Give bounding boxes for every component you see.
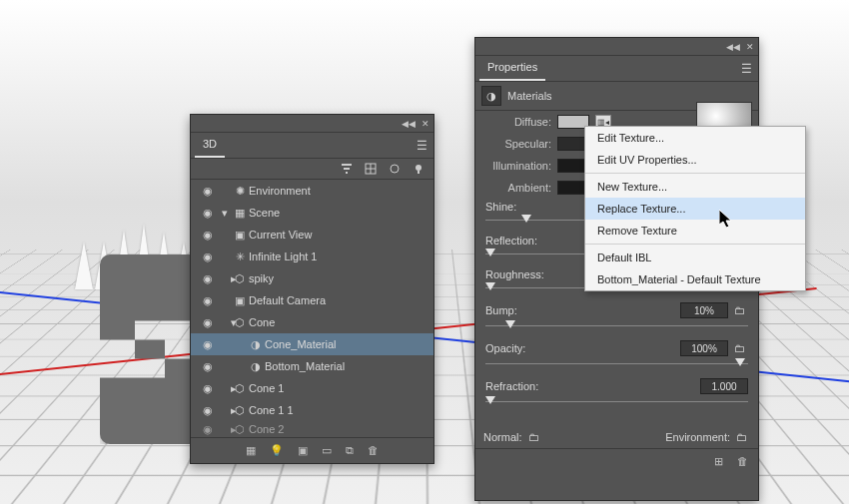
tree-item-infinite-light[interactable]: ◉ ✳ Infinite Light 1: [191, 246, 433, 267]
svg-rect-6: [418, 171, 420, 174]
visibility-icon[interactable]: ◉: [197, 185, 219, 198]
new-camera-icon[interactable]: ▣: [298, 444, 308, 457]
tree-item-environment[interactable]: ◉ ✺ Environment: [191, 180, 433, 202]
section-label: Materials: [507, 90, 552, 102]
refraction-slider[interactable]: [485, 396, 748, 408]
folder-icon[interactable]: 🗀: [734, 304, 748, 316]
panel-3d-toolbar: [191, 159, 433, 180]
svg-point-5: [416, 165, 422, 171]
prop-label: Environment:: [665, 431, 730, 443]
prop-label: Specular:: [483, 138, 551, 150]
trash-icon[interactable]: 🗑: [737, 455, 748, 468]
tree-item-cone-material[interactable]: ◉ ◑ Cone_Material: [191, 333, 433, 355]
mesh-icon: ⬡: [231, 423, 249, 436]
material-icon[interactable]: [388, 162, 402, 176]
visibility-icon[interactable]: ◉: [197, 207, 219, 220]
trash-icon[interactable]: 🗑: [368, 444, 379, 457]
prop-refraction: Refraction: 1.000: [475, 376, 758, 414]
opacity-slider[interactable]: [485, 358, 748, 370]
visibility-icon[interactable]: ◉: [197, 382, 219, 395]
close-icon[interactable]: ✕: [422, 119, 429, 129]
visibility-icon[interactable]: ◉: [197, 423, 219, 436]
mesh-icon: ⬡: [231, 404, 249, 417]
visibility-icon[interactable]: ◉: [197, 251, 219, 263]
prop-label: Shine:: [485, 201, 516, 213]
menu-edit-uv[interactable]: Edit UV Properties...: [585, 149, 805, 171]
menu-edit-texture[interactable]: Edit Texture...: [585, 127, 805, 149]
texture-context-menu[interactable]: Edit Texture... Edit UV Properties... Ne…: [584, 126, 806, 291]
refraction-value[interactable]: 1.000: [700, 378, 748, 394]
scene-icon: ▦: [231, 207, 249, 220]
filter-icon[interactable]: [340, 162, 354, 176]
new-icon[interactable]: ⊞: [714, 455, 723, 468]
tree-label: Scene: [249, 207, 280, 219]
prop-label: Diffuse:: [483, 116, 551, 128]
panel-head[interactable]: ◀◀ ✕: [191, 115, 433, 133]
tree-item-scene[interactable]: ◉ ▾ ▦ Scene: [191, 202, 433, 224]
menu-separator: [585, 244, 805, 245]
opacity-value[interactable]: 100%: [680, 340, 728, 356]
light-icon: ✳: [231, 251, 249, 263]
duplicate-icon[interactable]: ⧉: [346, 444, 354, 457]
bump-value[interactable]: 10%: [680, 302, 728, 318]
environment-folder-icon[interactable]: 🗀: [736, 431, 750, 443]
menu-replace-texture[interactable]: Replace Texture...: [585, 198, 805, 220]
menu-new-texture[interactable]: New Texture...: [585, 176, 805, 198]
tree-item-spiky[interactable]: ◉ ▸ ⬡ spiky: [191, 267, 433, 289]
mesh-icon[interactable]: [364, 162, 378, 176]
visibility-icon[interactable]: ◉: [197, 316, 219, 329]
tab-3d[interactable]: 3D: [195, 133, 225, 158]
render-icon[interactable]: ▭: [322, 444, 332, 457]
tree-item-cone-1-1[interactable]: ◉ ▸ ⬡ Cone 1 1: [191, 399, 433, 421]
panel-menu-icon[interactable]: ☰: [415, 137, 429, 155]
tree-label: Cone 1 1: [249, 404, 294, 416]
panel-head[interactable]: ◀◀ ✕: [475, 38, 758, 56]
tree-label: Default Camera: [249, 294, 326, 306]
light-icon[interactable]: [412, 162, 425, 176]
tree-item-cone-2[interactable]: ◉ ▸ ⬡ Cone 2: [191, 421, 433, 437]
panel-3d[interactable]: ◀◀ ✕ 3D ☰ ◉ ✺ Environment ◉ ▾ ▦ Scene ◉ …: [190, 114, 434, 464]
svg-rect-1: [344, 168, 350, 170]
tree-item-current-view[interactable]: ◉ ▣ Current View: [191, 224, 433, 246]
tree-label: Environment: [249, 185, 311, 197]
menu-bottom-default[interactable]: Bottom_Material - Default Texture: [585, 268, 805, 290]
tree-item-cone-1[interactable]: ◉ ▸ ⬡ Cone 1: [191, 377, 433, 399]
tree-label: Current View: [249, 229, 312, 241]
prop-normal-env: Normal: 🗀 Environment: 🗀: [475, 426, 758, 448]
prop-label: Opacity:: [485, 342, 525, 354]
tree-item-cone[interactable]: ◉ ▾ ⬡ Cone: [191, 311, 433, 333]
menu-separator: [585, 173, 805, 174]
new-mesh-icon[interactable]: ▦: [246, 444, 256, 457]
material-icon: ◑: [247, 338, 265, 351]
visibility-icon[interactable]: ◉: [197, 272, 219, 285]
visibility-icon[interactable]: ◉: [197, 404, 219, 417]
close-icon[interactable]: ✕: [746, 42, 754, 52]
tree-label: Cone_Material: [265, 338, 337, 350]
bump-slider[interactable]: [485, 320, 748, 332]
folder-icon[interactable]: 🗀: [734, 342, 748, 354]
new-light-icon[interactable]: 💡: [270, 444, 284, 457]
menu-default-ibl[interactable]: Default IBL: [585, 247, 805, 268]
visibility-icon[interactable]: ◉: [197, 338, 219, 351]
mesh-icon: ⬡: [231, 316, 249, 329]
collapse-icon[interactable]: ◀◀: [402, 119, 416, 129]
normal-folder-icon[interactable]: 🗀: [528, 431, 542, 443]
panel-menu-icon[interactable]: ☰: [739, 60, 754, 78]
visibility-icon[interactable]: ◉: [197, 360, 219, 373]
collapse-icon[interactable]: ◀◀: [726, 42, 740, 52]
menu-remove-texture[interactable]: Remove Texture: [585, 220, 805, 242]
visibility-icon[interactable]: ◉: [197, 229, 219, 242]
panel-3d-bottombar: ▦ 💡 ▣ ▭ ⧉ 🗑: [191, 437, 433, 463]
prop-label: Reflection:: [485, 235, 537, 247]
tree-item-default-camera[interactable]: ◉ ▣ Default Camera: [191, 289, 433, 311]
tree-item-bottom-material[interactable]: ◉ ◑ Bottom_Material: [191, 355, 433, 377]
tab-properties[interactable]: Properties: [479, 56, 545, 81]
prop-label: Refraction:: [485, 380, 538, 392]
material-section-icon: ◑: [481, 86, 501, 106]
material-icon: ◑: [247, 360, 265, 373]
svg-point-4: [391, 165, 399, 173]
properties-bottombar: ⊞ 🗑: [475, 448, 758, 474]
prop-label: Normal:: [483, 431, 522, 443]
visibility-icon[interactable]: ◉: [197, 294, 219, 307]
prop-label: Bump:: [485, 304, 517, 316]
